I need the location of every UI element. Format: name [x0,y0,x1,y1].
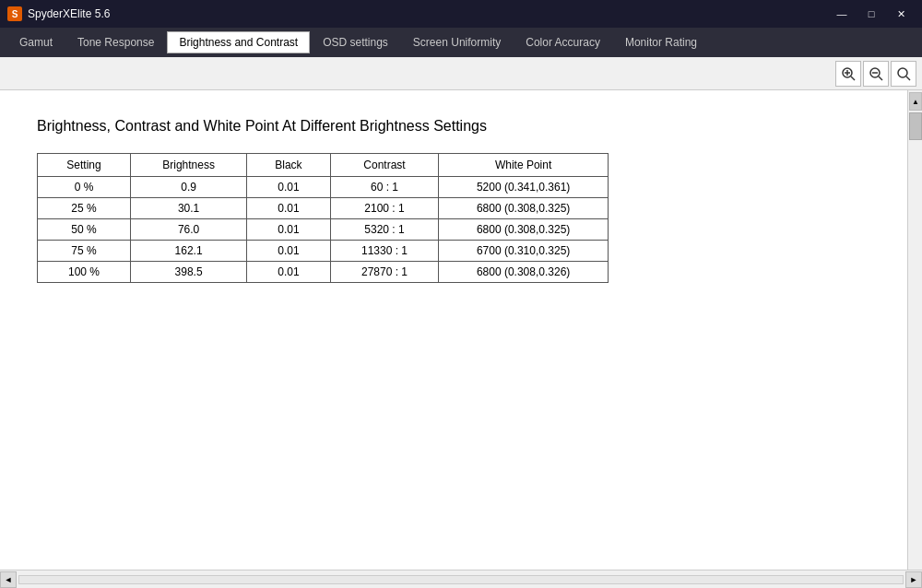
cell-r4-c0: 100 % [38,262,131,283]
header-row: SettingBrightnessBlackContrastWhite Poin… [38,154,609,177]
column-header: Setting [38,154,131,177]
cell-r3-c4: 6700 (0.310,0.325) [439,241,609,262]
nav-tab-screen-uniformity[interactable]: Screen Uniformity [401,31,513,53]
app-title: SpyderXElite 5.6 [28,7,110,20]
cell-r4-c2: 0.01 [247,262,331,283]
table-header: SettingBrightnessBlackContrastWhite Poin… [38,154,609,177]
cell-r3-c0: 75 % [38,241,131,262]
nav-tab-tone-response[interactable]: Tone Response [65,31,166,53]
cell-r0-c4: 5200 (0.341,0.361) [439,177,609,198]
cell-r4-c4: 6800 (0.308,0.326) [439,262,609,283]
content-area: Brightness, Contrast and White Point At … [0,90,907,311]
table-body: 0 %0.90.0160 : 15200 (0.341,0.361)25 %30… [38,177,609,283]
svg-point-7 [898,68,907,77]
nav-bar: GamutTone ResponseBrightness and Contras… [0,28,922,57]
nav-tab-color-accuracy[interactable]: Color Accuracy [514,31,612,53]
cell-r4-c3: 27870 : 1 [330,262,438,283]
bottom-scrollbar[interactable]: ◄ ► [0,570,922,588]
cell-r4-c1: 398.5 [131,262,247,283]
minimize-button[interactable]: — [828,5,856,23]
nav-tab-monitor-rating[interactable]: Monitor Rating [613,31,709,53]
h-scroll-track[interactable] [18,575,904,584]
cell-r1-c3: 2100 : 1 [330,198,438,219]
cell-r0-c1: 0.9 [131,177,247,198]
column-header: Black [247,154,331,177]
maximize-button[interactable]: □ [857,5,885,23]
cell-r2-c4: 6800 (0.308,0.325) [439,219,609,241]
svg-line-5 [879,76,882,80]
column-header: Brightness [131,154,247,177]
zoom-reset-button[interactable] [891,61,916,87]
cell-r0-c2: 0.01 [247,177,331,198]
scroll-up-button[interactable]: ▲ [909,92,922,111]
cell-r0-c3: 60 : 1 [330,177,438,198]
page-title: Brightness, Contrast and White Point At … [37,118,870,135]
cell-r1-c2: 0.01 [247,198,331,219]
toolbar [0,57,922,90]
cell-r1-c1: 30.1 [131,198,247,219]
scrollbar-thumb[interactable] [909,112,922,140]
cell-r2-c1: 76.0 [131,219,247,241]
title-bar: S SpyderXElite 5.6 — □ ✕ [0,0,922,28]
data-table: SettingBrightnessBlackContrastWhite Poin… [37,153,609,283]
cell-r3-c1: 162.1 [131,241,247,262]
svg-line-8 [906,76,910,80]
zoom-in-button[interactable] [835,61,861,87]
cell-r2-c2: 0.01 [247,219,331,241]
cell-r0-c0: 0 % [38,177,131,198]
svg-line-1 [851,76,855,80]
cell-r1-c4: 6800 (0.308,0.325) [439,198,609,219]
app-icon: S [7,6,22,21]
cell-r2-c3: 5320 : 1 [330,219,438,241]
table-row: 75 %162.10.0111330 : 16700 (0.310,0.325) [38,241,609,262]
column-header: Contrast [330,154,438,177]
window-controls: — □ ✕ [828,5,915,23]
table-row: 0 %0.90.0160 : 15200 (0.341,0.361) [38,177,609,198]
table-row: 25 %30.10.012100 : 16800 (0.308,0.325) [38,198,609,219]
cell-r2-c0: 50 % [38,219,131,241]
cell-r1-c0: 25 % [38,198,131,219]
table-row: 50 %76.00.015320 : 16800 (0.308,0.325) [38,219,609,241]
zoom-out-button[interactable] [863,61,889,87]
title-bar-left: S SpyderXElite 5.6 [7,6,110,21]
nav-tab-brightness-contrast[interactable]: Brightness and Contrast [167,31,310,53]
scroll-right-button[interactable]: ► [905,571,922,588]
cell-r3-c2: 0.01 [247,241,331,262]
vertical-scrollbar[interactable]: ▲ [907,90,922,570]
scroll-left-button[interactable]: ◄ [0,571,17,588]
cell-r3-c3: 11330 : 1 [330,241,438,262]
column-header: White Point [439,154,609,177]
table-row: 100 %398.50.0127870 : 16800 (0.308,0.326… [38,262,609,283]
nav-tab-osd-settings[interactable]: OSD settings [311,31,400,53]
nav-tab-gamut[interactable]: Gamut [7,31,65,53]
close-button[interactable]: ✕ [887,5,915,23]
